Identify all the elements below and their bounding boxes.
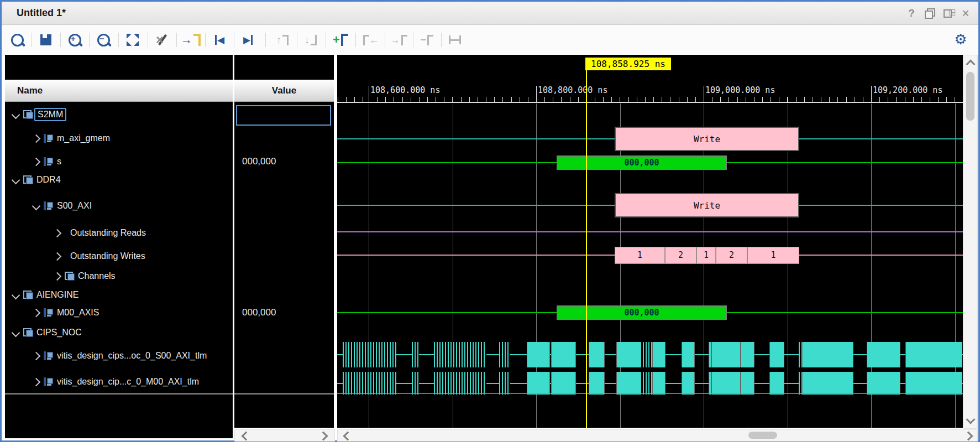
- signal-label[interactable]: AIENGINE: [36, 290, 78, 300]
- maximize-icon[interactable]: ◲: [940, 6, 955, 20]
- tree-row-vitis-design-cip-c-0-m00-axi-tlm[interactable]: vitis_design_cip...c_0_M00_AXI_tlm: [5, 374, 233, 390]
- collapse-chevron-icon[interactable]: [12, 328, 20, 337]
- activity-band-segment[interactable]: [799, 372, 803, 395]
- tree-row-m-axi-gmem[interactable]: m_axi_gmem: [5, 130, 233, 147]
- transaction-bar[interactable]: Write: [615, 127, 799, 151]
- close-icon[interactable]: ×: [958, 6, 973, 20]
- expand-chevron-icon[interactable]: [53, 272, 62, 281]
- activity-band-segment[interactable]: [769, 342, 784, 367]
- activity-band-segment[interactable]: [343, 342, 396, 367]
- collapse-chevron-icon[interactable]: [12, 175, 20, 184]
- stream-value-bar[interactable]: 000,000: [557, 155, 727, 170]
- activity-band-segment[interactable]: [527, 342, 550, 367]
- activity-band-segment[interactable]: [412, 372, 419, 395]
- activity-band-segment[interactable]: [682, 342, 695, 367]
- tree-row-s[interactable]: s: [5, 153, 233, 170]
- time-cursor-label[interactable]: 108,858.925 ns: [585, 58, 671, 70]
- expand-chevron-icon[interactable]: [32, 134, 41, 143]
- waveform-canvas[interactable]: 108,600.000 ns108,800.000 ns109,000.000 …: [337, 55, 963, 428]
- activity-band-segment[interactable]: [499, 372, 510, 395]
- zoom-fit-icon[interactable]: [122, 29, 144, 50]
- activity-band-segment[interactable]: [527, 372, 550, 395]
- tree-row-ddr4[interactable]: DDR4: [5, 172, 233, 188]
- snap-off-icon[interactable]: ×: [151, 29, 173, 50]
- tree-row-aiengine[interactable]: AIENGINE: [5, 287, 233, 303]
- outstanding-writes-bar[interactable]: 12121: [615, 247, 799, 264]
- expand-chevron-icon[interactable]: [32, 157, 41, 166]
- name-column-header[interactable]: Name: [5, 80, 233, 102]
- collapse-chevron-icon[interactable]: [12, 110, 20, 119]
- activity-band-segment[interactable]: [803, 372, 853, 395]
- zoom-in-icon[interactable]: +: [64, 29, 86, 50]
- activity-band-segment[interactable]: [434, 372, 486, 395]
- activity-band-segment[interactable]: [905, 342, 962, 367]
- outstanding-count-segment[interactable]: 2: [665, 247, 696, 264]
- search-icon[interactable]: [6, 29, 28, 50]
- wave-scroll-down-icon[interactable]: [966, 415, 976, 424]
- next-transition-icon[interactable]: ▶: [237, 29, 259, 50]
- go-to-time-icon[interactable]: →: [180, 29, 202, 50]
- signal-label[interactable]: Outstanding Reads: [70, 228, 146, 238]
- signal-label[interactable]: vitis_design_cips...oc_0_S00_AXI_tlm: [57, 351, 207, 361]
- activity-band-segment[interactable]: [905, 372, 962, 395]
- activity-band-segment[interactable]: [711, 342, 741, 367]
- activity-band-segment[interactable]: [640, 342, 652, 367]
- wave-hscrollbar[interactable]: [337, 429, 978, 442]
- activity-band-segment[interactable]: [616, 372, 641, 395]
- expand-chevron-icon[interactable]: [32, 377, 41, 386]
- expand-chevron-icon[interactable]: [32, 308, 41, 317]
- wave-hscroll-thumb[interactable]: [748, 432, 777, 439]
- activity-band-segment[interactable]: [499, 342, 510, 367]
- collapse-chevron-icon[interactable]: [32, 201, 41, 210]
- signal-label[interactable]: s: [57, 157, 61, 167]
- tree-row-outstanding-reads[interactable]: Outstanding Reads: [5, 225, 233, 241]
- activity-band-segment[interactable]: [803, 342, 853, 367]
- activity-band-segment[interactable]: [412, 342, 419, 367]
- activity-band-segment[interactable]: [682, 372, 695, 395]
- add-marker-icon[interactable]: +: [329, 29, 352, 50]
- transaction-bar[interactable]: Write: [615, 193, 799, 217]
- activity-band-segment[interactable]: [652, 372, 665, 395]
- tree-row-s2mm[interactable]: S2MM: [5, 106, 233, 123]
- signal-label[interactable]: S2MM: [34, 108, 66, 121]
- outstanding-count-segment[interactable]: 1: [747, 247, 799, 264]
- activity-band-segment[interactable]: [589, 372, 605, 395]
- activity-band-segment[interactable]: [799, 342, 803, 367]
- collapse-chevron-icon[interactable]: [12, 291, 20, 299]
- activity-band-segment[interactable]: [551, 342, 576, 367]
- value-hscrollbar[interactable]: [234, 429, 335, 442]
- activity-band-segment[interactable]: [640, 372, 652, 395]
- signal-label[interactable]: M00_AXIS: [57, 308, 99, 318]
- selected-value-cell[interactable]: [236, 105, 331, 126]
- outstanding-count-segment[interactable]: 2: [716, 247, 747, 264]
- settings-gear-icon[interactable]: ⚙: [953, 32, 968, 47]
- activity-band-segment[interactable]: [741, 342, 754, 367]
- activity-band-segment[interactable]: [741, 372, 754, 395]
- tree-row-vitis-design-cips-oc-0-s00-axi-tlm[interactable]: vitis_design_cips...oc_0_S00_AXI_tlm: [5, 348, 233, 364]
- stream-value-bar[interactable]: 000,000: [557, 305, 727, 320]
- activity-band-segment[interactable]: [867, 372, 900, 395]
- wave-vscroll-thumb[interactable]: [966, 72, 974, 121]
- outstanding-count-segment[interactable]: 1: [696, 247, 716, 264]
- signal-label[interactable]: vitis_design_cip...c_0_M00_AXI_tlm: [57, 377, 199, 387]
- activity-band-segment[interactable]: [711, 372, 741, 395]
- tree-row-s00-axi[interactable]: S00_AXI: [5, 198, 233, 214]
- time-cursor-line[interactable]: [586, 59, 587, 428]
- activity-band-segment[interactable]: [867, 342, 900, 367]
- activity-band-segment[interactable]: [769, 372, 784, 395]
- tree-row-outstanding-writes[interactable]: Outstanding Writes: [5, 248, 233, 265]
- activity-band-segment[interactable]: [652, 342, 665, 367]
- activity-band-segment[interactable]: [551, 372, 576, 395]
- previous-transition-icon[interactable]: ◀: [208, 29, 230, 50]
- tree-row-channels[interactable]: Channels: [5, 268, 233, 284]
- activity-band-segment[interactable]: [434, 342, 486, 367]
- float-icon[interactable]: [923, 6, 937, 20]
- outstanding-count-segment[interactable]: 1: [615, 247, 665, 264]
- tree-row-m00-axis[interactable]: M00_AXIS: [5, 304, 233, 321]
- expand-chevron-icon[interactable]: [53, 229, 62, 237]
- signal-label[interactable]: m_axi_gmem: [57, 133, 110, 143]
- value-column-header[interactable]: Value: [234, 80, 334, 102]
- signal-label[interactable]: S00_AXI: [57, 201, 92, 211]
- wave-vscrollbar[interactable]: [963, 55, 978, 429]
- wave-scroll-left-icon[interactable]: [343, 432, 353, 441]
